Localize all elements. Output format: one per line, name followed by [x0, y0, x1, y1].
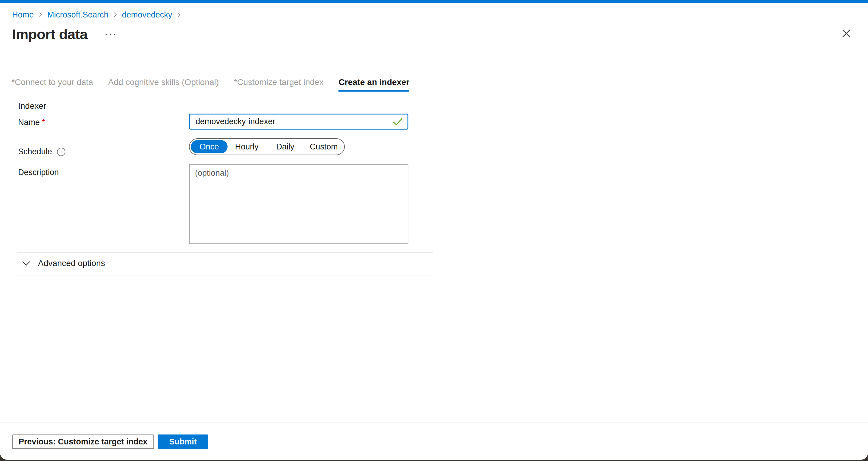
previous-step-button[interactable]: Previous: Customize target index — [12, 434, 154, 449]
import-data-panel: Home Microsoft.Search demovedecky Import… — [0, 0, 868, 460]
portal-top-accent-bar — [0, 0, 868, 3]
schedule-segmented-control: Once Hourly Daily Custom — [189, 138, 345, 155]
schedule-option-once[interactable]: Once — [191, 140, 227, 153]
page-title: Import data — [12, 26, 87, 42]
tab-create-an-indexer[interactable]: Create an indexer — [338, 77, 409, 92]
chevron-right-icon — [114, 12, 117, 18]
tab-customize-target-index[interactable]: *Customize target index — [234, 77, 323, 92]
advanced-options-toggle[interactable]: Advanced options — [22, 258, 105, 268]
breadcrumb: Home Microsoft.Search demovedecky — [12, 10, 186, 20]
chevron-right-icon — [177, 12, 181, 18]
chevron-right-icon — [39, 12, 42, 18]
submit-button[interactable]: Submit — [158, 434, 208, 449]
schedule-option-hourly[interactable]: Hourly — [227, 140, 266, 153]
divider — [17, 275, 433, 275]
footer-divider — [0, 422, 868, 423]
advanced-options-label: Advanced options — [38, 258, 105, 268]
indexer-name-input[interactable] — [189, 114, 408, 129]
wizard-tabs: *Connect to your data Add cognitive skil… — [11, 77, 409, 92]
breadcrumb-link-demovedecky[interactable]: demovedecky — [122, 10, 173, 20]
schedule-option-custom[interactable]: Custom — [304, 140, 343, 153]
info-icon[interactable]: i — [57, 148, 65, 156]
name-label: Name* — [18, 118, 45, 127]
validation-check-icon — [393, 118, 403, 127]
divider — [17, 252, 433, 253]
schedule-label: Schedule i — [18, 147, 65, 156]
description-textarea[interactable] — [189, 164, 408, 244]
name-field-wrapper — [189, 114, 408, 129]
chevron-down-icon — [22, 258, 31, 268]
tab-connect-to-your-data[interactable]: *Connect to your data — [11, 77, 93, 92]
required-asterisk: * — [42, 118, 45, 127]
more-options-button[interactable]: ··· — [102, 27, 120, 41]
close-button[interactable] — [840, 27, 853, 40]
indexer-section-heading: Indexer — [18, 101, 46, 111]
schedule-option-daily[interactable]: Daily — [266, 140, 305, 153]
close-icon — [841, 28, 852, 40]
breadcrumb-link-microsoft-search[interactable]: Microsoft.Search — [47, 10, 108, 20]
breadcrumb-link-home[interactable]: Home — [12, 10, 34, 20]
ellipsis-icon: ··· — [104, 28, 118, 39]
tab-add-cognitive-skills[interactable]: Add cognitive skills (Optional) — [108, 77, 219, 92]
description-label: Description — [18, 168, 59, 177]
